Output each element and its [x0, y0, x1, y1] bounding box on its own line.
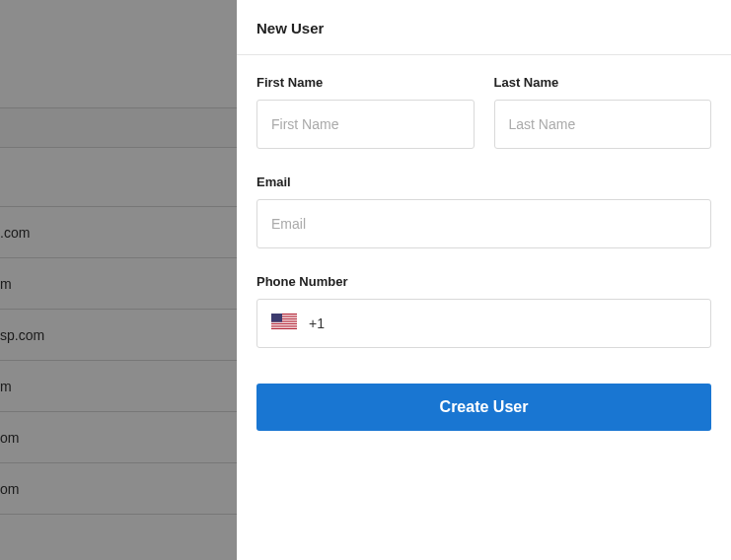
email-field-wrap: Email — [256, 175, 711, 248]
first-name-input[interactable] — [256, 100, 475, 149]
svg-rect-6 — [271, 327, 297, 328]
last-name-field: Last Name — [494, 75, 712, 149]
new-user-panel: New User First Name Last Name Email Phon… — [237, 0, 731, 560]
email-field[interactable] — [256, 199, 711, 248]
us-flag-icon[interactable] — [271, 314, 297, 333]
first-name-field: First Name — [256, 75, 475, 149]
first-name-label: First Name — [256, 75, 475, 90]
last-name-input[interactable] — [494, 100, 712, 149]
panel-header: New User — [237, 0, 731, 55]
create-user-button[interactable]: Create User — [256, 384, 711, 431]
email-label: Email — [256, 175, 711, 189]
svg-rect-4 — [271, 322, 297, 323]
last-name-label: Last Name — [494, 75, 712, 90]
name-row: First Name Last Name — [256, 75, 711, 149]
phone-field-wrap: Phone Number — [256, 274, 711, 348]
panel-body: First Name Last Name Email Phone Number — [237, 55, 731, 451]
panel-title: New User — [256, 20, 711, 36]
svg-rect-7 — [271, 314, 282, 322]
phone-dial-code: +1 — [309, 315, 325, 331]
svg-rect-5 — [271, 324, 297, 325]
phone-number-input[interactable] — [336, 300, 696, 347]
phone-input-wrap[interactable]: +1 — [256, 299, 711, 348]
phone-row: Phone Number — [256, 274, 711, 348]
email-row: Email — [256, 175, 711, 248]
phone-label: Phone Number — [256, 274, 711, 289]
